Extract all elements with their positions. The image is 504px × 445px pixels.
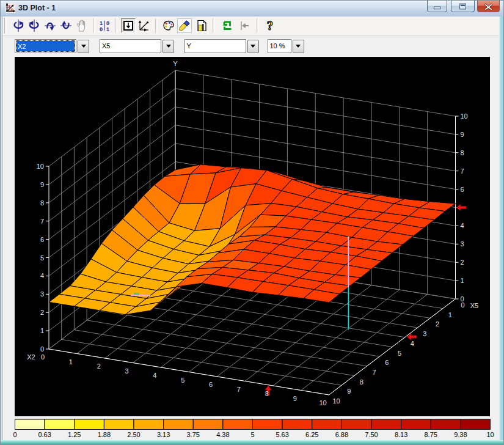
svg-text:5: 5 — [398, 350, 401, 357]
svg-text:4: 4 — [40, 272, 44, 279]
svg-text:4: 4 — [461, 222, 464, 229]
svg-text:0: 0 — [106, 20, 109, 26]
svg-text:9: 9 — [461, 131, 464, 138]
svg-text:5: 5 — [40, 254, 44, 262]
svg-text:8: 8 — [461, 149, 464, 156]
svg-text:7.50: 7.50 — [365, 431, 378, 438]
svg-text:9: 9 — [40, 181, 44, 188]
svg-text:8.75: 8.75 — [424, 431, 437, 438]
svg-text:2.50: 2.50 — [127, 431, 140, 438]
svg-text:X5: X5 — [470, 302, 478, 309]
svg-text:6: 6 — [385, 359, 389, 366]
svg-text:0: 0 — [40, 345, 44, 353]
svg-text:2: 2 — [40, 309, 44, 316]
svg-text:0: 0 — [13, 431, 16, 438]
svg-text:9.38: 9.38 — [454, 431, 467, 438]
svg-text:1: 1 — [40, 327, 44, 334]
svg-text:10: 10 — [486, 431, 494, 438]
svg-text:0: 0 — [461, 301, 464, 309]
svg-text:10: 10 — [37, 163, 44, 170]
svg-text:3.75: 3.75 — [186, 431, 199, 438]
svg-text:6: 6 — [40, 236, 44, 243]
svg-text:6.88: 6.88 — [335, 431, 348, 438]
svg-text:8.13: 8.13 — [395, 431, 407, 438]
svg-text:1: 1 — [448, 311, 452, 318]
svg-text:5: 5 — [250, 431, 254, 438]
svg-text:2: 2 — [436, 320, 439, 328]
svg-text:8: 8 — [360, 378, 363, 386]
svg-text:Y: Y — [173, 60, 178, 67]
svg-text:2: 2 — [97, 362, 101, 370]
svg-text:8: 8 — [265, 390, 269, 397]
svg-text:6: 6 — [209, 381, 213, 388]
svg-text:1: 1 — [100, 20, 103, 26]
svg-text:6: 6 — [461, 186, 464, 193]
svg-text:9: 9 — [293, 395, 297, 402]
svg-text:4: 4 — [411, 340, 414, 347]
svg-text:3: 3 — [40, 290, 44, 298]
svg-text:4.38: 4.38 — [216, 431, 229, 438]
svg-text:10: 10 — [461, 112, 468, 120]
svg-text:3: 3 — [125, 367, 129, 375]
svg-text:4: 4 — [153, 372, 156, 379]
svg-text:1: 1 — [106, 26, 109, 32]
svg-text:X2: X2 — [27, 353, 35, 361]
svg-text:0: 0 — [41, 353, 45, 361]
svg-text:0.63: 0.63 — [38, 431, 51, 438]
svg-text:7: 7 — [461, 167, 464, 175]
svg-text:9: 9 — [347, 388, 351, 395]
svg-text:1: 1 — [461, 277, 464, 284]
svg-text:5: 5 — [181, 377, 184, 384]
svg-text:1.88: 1.88 — [98, 431, 111, 438]
svg-text:3: 3 — [423, 330, 426, 337]
svg-text:o: o — [11, 7, 14, 12]
svg-text:10: 10 — [332, 397, 340, 405]
svg-text:3: 3 — [461, 240, 464, 248]
svg-text:3.13: 3.13 — [157, 431, 170, 438]
svg-text:10: 10 — [319, 399, 326, 406]
svg-text:?: ? — [267, 19, 274, 32]
svg-text:1.25: 1.25 — [68, 431, 81, 438]
svg-text:7: 7 — [40, 218, 44, 225]
svg-text:7: 7 — [373, 369, 376, 376]
svg-text:6.25: 6.25 — [305, 431, 318, 438]
svg-text:1: 1 — [69, 358, 73, 366]
svg-text:0: 0 — [100, 26, 103, 32]
svg-text:5.63: 5.63 — [276, 431, 288, 438]
svg-text:8: 8 — [40, 199, 44, 207]
svg-text:2: 2 — [461, 259, 464, 266]
svg-text:7: 7 — [237, 386, 241, 393]
